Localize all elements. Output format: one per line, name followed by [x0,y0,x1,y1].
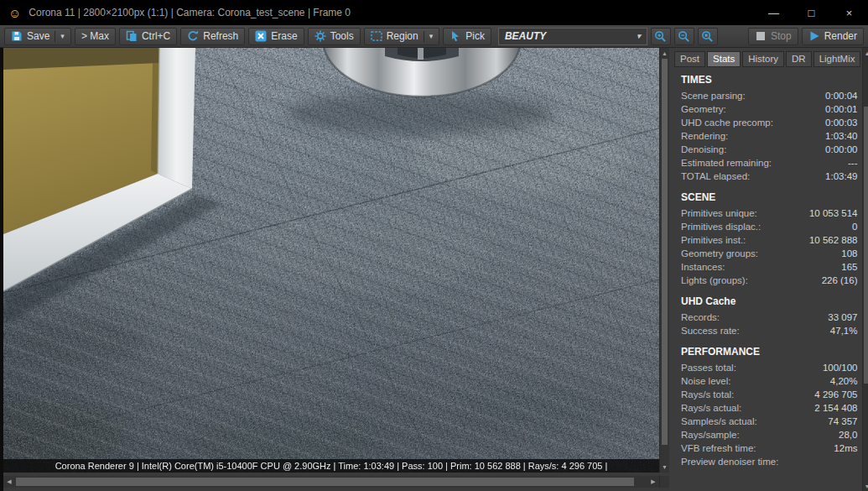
refresh-label: Refresh [203,30,238,42]
stat-label: Noise level: [681,374,730,388]
corona-vfb-window: ☺ Corona 11 | 2800×2100px (1:1) | Camera… [0,0,868,491]
stat-row: Samples/s actual:74 357 [674,415,857,428]
zoom-in-icon [654,30,667,43]
tab-dr[interactable]: DR [786,51,812,67]
save-icon [11,30,23,42]
scroll-down-icon[interactable]: ▼ [863,481,868,491]
dock-max-button[interactable]: > Max [75,28,116,45]
region-icon [371,30,382,42]
stat-value: 2 154 408 [814,401,857,415]
maximize-button[interactable]: □ [793,0,830,25]
region-label: Region [387,30,418,42]
panel-scroll-thumb[interactable] [864,107,868,384]
stat-value: 0 [852,220,857,233]
stat-row: Rays/s total:4 296 705 [674,388,857,401]
stat-row: Primitives displac.:0 [674,220,857,233]
scroll-up-icon[interactable]: ▲ [863,48,868,58]
hscroll-row: ◀ ▶ [0,473,669,491]
stat-row: Rendering:1:03:40 [674,129,857,143]
stat-label: VFB refresh time: [681,441,756,455]
tab-history[interactable]: History [742,51,784,67]
channel-select[interactable]: BEAUTY ▾ [498,28,647,45]
horizontal-scroll-thumb[interactable] [16,478,634,486]
stat-value: 4 296 705 [814,388,857,401]
render-vertical-scrollbar[interactable]: ▲ ▼ [659,48,669,473]
scroll-left-icon[interactable]: ◀ [3,476,15,488]
pick-button[interactable]: Pick [443,28,491,45]
stat-label: Scene parsing: [681,89,746,102]
save-button[interactable]: Save ▾ [4,28,71,45]
zoom-in-button[interactable] [651,28,671,45]
erase-button[interactable]: Erase [248,28,304,45]
stat-label: Rays/sample: [681,428,740,441]
stat-label: Rays/s actual: [681,401,741,415]
dropdown-icon[interactable]: ▾ [60,32,65,40]
window-controls: — □ × [755,0,868,25]
section-title-uhd-cache: UHD Cache [681,295,857,307]
copy-button[interactable]: Ctrl+C [119,28,177,45]
stat-row: Records:33 097 [674,311,857,324]
scroll-down-icon[interactable]: ▼ [660,462,669,473]
tools-button[interactable]: Tools [308,28,361,45]
render-row: Corona Renderer 9 | Intel(R) Core(TM) i5… [0,48,669,473]
vertical-scroll-thumb[interactable] [662,59,668,445]
stat-row: Primitives unique:10 053 514 [674,206,857,220]
stat-label: Records: [681,311,720,324]
stat-value: --- [848,156,858,170]
stat-row: Preview denoiser time: [674,455,857,468]
save-label: Save [27,30,49,42]
panel-scrollbar[interactable]: ▲ ▼ [862,48,868,491]
minimize-button[interactable]: — [755,0,793,25]
divider [424,31,424,42]
stop-button[interactable]: Stop [748,28,798,45]
section-title-performance: PERFORMANCE [681,346,857,358]
stat-label: Geometry: [681,102,726,116]
tab-post[interactable]: Post [674,51,705,67]
stat-row: VFB refresh time:12ms [674,441,857,455]
stat-value: 10 562 888 [809,233,858,247]
render-horizontal-scrollbar[interactable]: ◀ ▶ [3,476,659,488]
refresh-button[interactable]: Refresh [180,28,245,45]
stat-label: Lights (groups): [681,274,748,287]
stat-row: Denoising:0:00:00 [674,143,857,156]
stat-row: TOTAL elapsed:1:03:49 [674,170,857,183]
region-button[interactable]: Region ▾ [364,28,440,45]
stat-value: 4,20% [830,374,858,388]
render-viewport[interactable]: Corona Renderer 9 | Intel(R) Core(TM) i5… [3,48,659,473]
stat-value: 108 [841,247,857,260]
stat-label: Rendering: [681,129,728,143]
tools-label: Tools [330,30,354,42]
play-icon [808,30,820,42]
stat-value: 28,0 [839,428,857,441]
stat-row: Rays/s actual:2 154 408 [674,401,857,415]
dropdown-icon: ▾ [637,32,641,40]
dropdown-icon[interactable]: ▾ [429,32,434,40]
tab-stats[interactable]: Stats [707,51,741,67]
stat-row: Lights (groups):226 (16) [674,274,857,287]
gear-icon [314,30,326,42]
render-status-bar: Corona Renderer 9 | Intel(R) Core(TM) i5… [3,459,659,473]
tab-lightmix[interactable]: LightMix [813,51,861,67]
copy-icon [126,30,138,42]
stat-label: Primitives inst.: [681,233,746,247]
stat-value: 0:00:00 [825,143,857,156]
zoom-reset-button[interactable] [698,28,718,45]
stat-value: 0:00:01 [825,102,857,116]
titlebar: ☺ Corona 11 | 2800×2100px (1:1) | Camera… [0,0,868,25]
render-label: Render [824,30,857,42]
stat-value: 47,1% [830,324,858,337]
close-button[interactable]: × [830,0,868,25]
section-title-times: TIMES [681,74,857,86]
stat-row: Noise level:4,20% [674,374,857,388]
stat-label: Primitives displac.: [681,220,761,233]
scroll-right-icon[interactable]: ▶ [647,476,659,488]
zoom-out-button[interactable] [674,28,694,45]
divider [55,31,55,42]
stat-row: UHD cache precomp:0:00:03 [674,116,857,129]
scroll-up-icon[interactable]: ▲ [660,48,669,59]
stat-value: 74 357 [828,415,857,428]
stat-label: UHD cache precomp: [681,116,773,129]
stat-label: Success rate: [681,324,740,337]
stat-value: 12ms [834,441,857,455]
render-button[interactable]: Render [802,28,864,45]
